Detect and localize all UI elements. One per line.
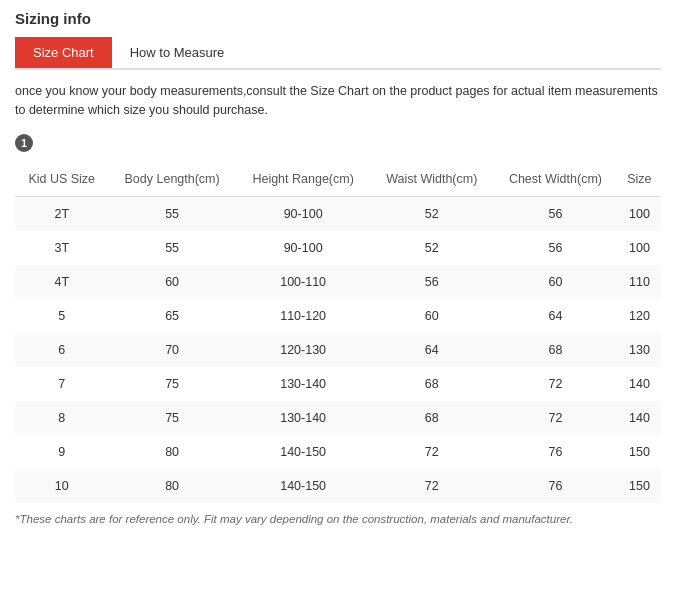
table-cell: 75 [108,367,235,401]
table-cell: 120-130 [236,333,371,367]
table-cell: 55 [108,196,235,231]
table-header-row: Kid US Size Body Length(cm) Height Range… [15,162,661,197]
table-cell: 110-120 [236,299,371,333]
table-cell: 68 [493,333,618,367]
table-cell: 110 [618,265,661,299]
table-row: 3T5590-1005256100 [15,231,661,265]
table-cell: 90-100 [236,231,371,265]
tab-how-to-measure[interactable]: How to Measure [112,37,243,68]
table-row: 4T60100-1105660110 [15,265,661,299]
table-cell: 6 [15,333,108,367]
table-cell: 100 [618,231,661,265]
table-cell: 56 [493,231,618,265]
table-cell: 60 [108,265,235,299]
table-cell: 140-150 [236,435,371,469]
table-row: 2T5590-1005256100 [15,196,661,231]
table-cell: 80 [108,435,235,469]
table-cell: 55 [108,231,235,265]
table-cell: 120 [618,299,661,333]
table-cell: 76 [493,469,618,503]
table-cell: 130 [618,333,661,367]
table-cell: 70 [108,333,235,367]
page-title: Sizing info [15,10,661,27]
table-cell: 4T [15,265,108,299]
table-cell: 72 [493,401,618,435]
table-cell: 150 [618,435,661,469]
size-chart-table: Kid US Size Body Length(cm) Height Range… [15,162,661,503]
table-cell: 52 [370,196,493,231]
col-header-body-length: Body Length(cm) [108,162,235,197]
col-header-height-range: Height Range(cm) [236,162,371,197]
table-row: 670120-1306468130 [15,333,661,367]
col-header-chest-width: Chest Width(cm) [493,162,618,197]
table-cell: 60 [493,265,618,299]
table-row: 565110-1206064120 [15,299,661,333]
table-cell: 64 [493,299,618,333]
table-cell: 140 [618,401,661,435]
table-cell: 75 [108,401,235,435]
table-cell: 3T [15,231,108,265]
table-cell: 150 [618,469,661,503]
tab-size-chart[interactable]: Size Chart [15,37,112,68]
table-cell: 130-140 [236,367,371,401]
table-row: 875130-1406872140 [15,401,661,435]
table-row: 1080140-1507276150 [15,469,661,503]
table-cell: 140 [618,367,661,401]
table-cell: 72 [493,367,618,401]
tab-bar: Size Chart How to Measure [15,37,661,70]
table-cell: 100-110 [236,265,371,299]
step-badge: 1 [15,134,33,152]
table-cell: 130-140 [236,401,371,435]
table-cell: 72 [370,469,493,503]
footer-note: *These charts are for reference only. Fi… [15,513,661,525]
table-cell: 7 [15,367,108,401]
table-cell: 8 [15,401,108,435]
table-cell: 72 [370,435,493,469]
table-cell: 100 [618,196,661,231]
table-cell: 64 [370,333,493,367]
description-text: once you know your body measurements,con… [15,82,661,120]
table-cell: 68 [370,401,493,435]
table-row: 980140-1507276150 [15,435,661,469]
col-header-kid-us-size: Kid US Size [15,162,108,197]
table-cell: 5 [15,299,108,333]
table-cell: 65 [108,299,235,333]
table-cell: 2T [15,196,108,231]
table-cell: 76 [493,435,618,469]
table-cell: 90-100 [236,196,371,231]
table-cell: 56 [493,196,618,231]
table-cell: 9 [15,435,108,469]
col-header-size: Size [618,162,661,197]
sizing-info-panel: Sizing info Size Chart How to Measure on… [0,0,676,540]
table-cell: 56 [370,265,493,299]
table-cell: 68 [370,367,493,401]
table-cell: 140-150 [236,469,371,503]
table-cell: 80 [108,469,235,503]
table-row: 775130-1406872140 [15,367,661,401]
table-cell: 52 [370,231,493,265]
table-cell: 60 [370,299,493,333]
col-header-waist-width: Waist Width(cm) [370,162,493,197]
table-cell: 10 [15,469,108,503]
